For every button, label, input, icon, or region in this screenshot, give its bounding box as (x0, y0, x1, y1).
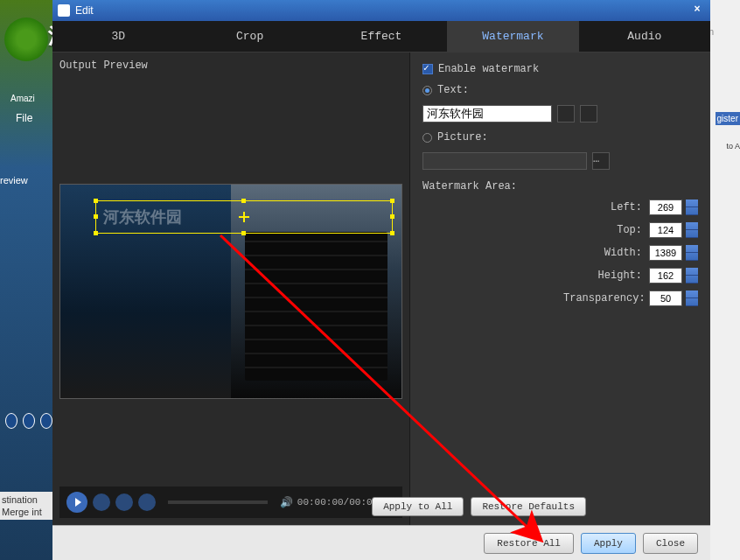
tab-effect[interactable]: Effect (316, 21, 447, 52)
handle-br[interactable] (390, 231, 394, 235)
preview-keyboard-image (245, 232, 388, 382)
bg-app-name: Amazi (10, 94, 35, 103)
apply-button[interactable]: Apply (581, 533, 636, 554)
transparency-label: Transparency: (563, 292, 642, 304)
watermark-selection-box[interactable]: 河东软件园 (95, 200, 393, 234)
handle-bl[interactable] (94, 231, 98, 235)
top-row: Top: (422, 222, 698, 238)
bg-gister: gister (716, 112, 740, 125)
transparency-input[interactable] (649, 290, 682, 306)
left-spinner[interactable] (686, 200, 698, 215)
bg-file-menu[interactable]: File (16, 112, 32, 124)
background-left (0, 0, 52, 560)
seek-bar[interactable] (168, 500, 268, 504)
picture-input-row: … (422, 152, 698, 170)
bg-prev-icon[interactable] (5, 413, 17, 429)
text-radio-row: Text: (422, 84, 698, 96)
window-title: Edit (75, 4, 689, 17)
bg-playback-controls (0, 413, 52, 448)
preview-pane: Output Preview 河东软件园 (52, 52, 409, 525)
top-spinner[interactable] (686, 222, 698, 238)
restore-defaults-button[interactable]: Restore Defaults (471, 497, 586, 516)
height-input[interactable] (649, 268, 682, 284)
tab-watermark[interactable]: Watermark (447, 21, 578, 52)
preview-canvas[interactable]: 河东软件园 (59, 184, 402, 399)
picture-radio-row: Picture: (422, 131, 698, 144)
width-spinner[interactable] (686, 245, 698, 261)
bg-play-icon[interactable] (23, 413, 35, 429)
handle-tl[interactable] (94, 199, 98, 203)
picture-radio-label: Picture: (437, 131, 488, 144)
title-bar[interactable]: Edit × (52, 0, 710, 21)
close-button-footer[interactable]: Close (643, 533, 698, 554)
crosshair-icon (239, 212, 249, 222)
left-label: Left: (563, 201, 642, 214)
tab-bar: 3D Crop Effect Watermark Audio (52, 21, 710, 52)
app-icon (58, 4, 70, 17)
enable-watermark-row: Enable watermark (422, 63, 698, 75)
transparency-spinner[interactable] (686, 290, 698, 306)
height-label: Height: (563, 270, 642, 282)
bg-bottom-text: stination Merge int (0, 492, 52, 520)
edit-dialog: Edit × 3D Crop Effect Watermark Audio Ou… (52, 0, 710, 560)
next-frame-button[interactable] (138, 494, 156, 511)
bg-next-icon[interactable] (40, 413, 52, 429)
inner-button-row: Apply to All Restore Defaults (361, 488, 597, 525)
dialog-body: Output Preview 河东软件园 (52, 52, 710, 525)
width-row: Width: (422, 245, 698, 261)
watermark-area-label: Watermark Area: (422, 180, 698, 192)
stop-button[interactable] (93, 494, 110, 511)
text-radio-label: Text: (437, 84, 469, 96)
footer-bar: Restore All Apply Close (52, 525, 710, 560)
preview-controls: 🔊 00:00:00/00:00:06 (59, 486, 402, 518)
enable-watermark-checkbox[interactable] (422, 64, 433, 74)
picture-radio[interactable] (422, 133, 432, 143)
restore-all-button[interactable]: Restore All (484, 533, 574, 554)
top-input[interactable] (649, 222, 682, 238)
width-label: Width: (563, 247, 642, 259)
browse-picture-button[interactable]: … (592, 152, 610, 170)
left-row: Left: (422, 200, 698, 215)
bg-to-a: to A (726, 142, 740, 150)
tab-audio[interactable]: Audio (579, 21, 710, 52)
bg-logo-icon (4, 18, 48, 61)
color-button[interactable] (580, 105, 597, 122)
picture-path-input[interactable] (422, 152, 587, 170)
font-button[interactable] (557, 105, 575, 122)
play-button[interactable] (66, 492, 87, 513)
bg-review-label: review (0, 175, 28, 186)
prev-frame-button[interactable] (115, 494, 133, 511)
close-button[interactable]: × (689, 3, 705, 18)
width-input[interactable] (649, 245, 682, 261)
left-input[interactable] (649, 200, 682, 215)
transparency-row: Transparency: (422, 290, 698, 306)
handle-ml[interactable] (94, 214, 98, 219)
background-right (709, 0, 740, 560)
tab-3d[interactable]: 3D (52, 21, 184, 52)
handle-tr[interactable] (390, 199, 394, 203)
height-row: Height: (422, 268, 698, 284)
volume-icon[interactable]: 🔊 (280, 496, 292, 508)
watermark-text-input[interactable] (422, 105, 552, 122)
preview-label: Output Preview (59, 60, 402, 72)
watermark-overlay-text: 河东软件园 (103, 206, 182, 228)
top-label: Top: (563, 224, 642, 236)
text-radio[interactable] (422, 86, 432, 95)
settings-pane: Enable watermark Text: Picture: … Waterm… (409, 52, 710, 525)
handle-bc[interactable] (241, 231, 246, 235)
tab-crop[interactable]: Crop (184, 21, 315, 52)
height-spinner[interactable] (686, 268, 698, 284)
handle-tc[interactable] (241, 199, 246, 203)
text-input-row (422, 105, 698, 122)
handle-mr[interactable] (390, 214, 394, 219)
apply-to-all-button[interactable]: Apply to All (372, 497, 464, 516)
enable-watermark-label: Enable watermark (438, 63, 539, 75)
